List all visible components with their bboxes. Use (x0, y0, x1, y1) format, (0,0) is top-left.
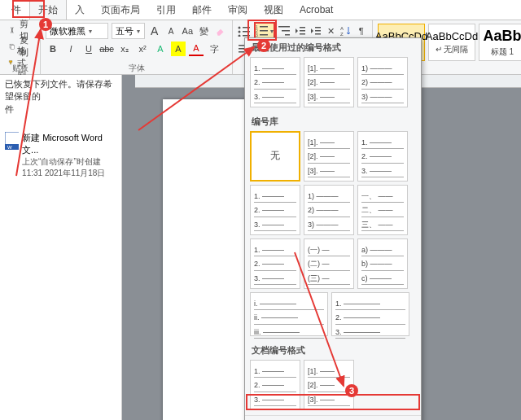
section-recent: 最近使用过的编号格式 (245, 38, 421, 57)
bullets-icon (238, 25, 251, 37)
shrink-font-button[interactable]: A (164, 24, 177, 38)
num-format-none[interactable]: 无 (250, 131, 300, 182)
recent-grid: 1. ——— 2. ——— 3. ——— [1]. —— [2]. —— [3]… (245, 57, 421, 112)
font-color-button[interactable]: A (189, 42, 204, 56)
svg-text:Z: Z (340, 32, 344, 37)
text-effect-button[interactable]: A (153, 42, 168, 56)
file-name: 新建 Microsoft Word 文... (22, 132, 116, 156)
tab-home[interactable]: 开始 (29, 0, 67, 20)
library-grid: 无 [1]. —— [2]. —— [3]. —— 1. ——— 2. ——— … (245, 131, 421, 341)
tab-acrobat[interactable]: Acrobat (291, 1, 341, 19)
svg-rect-15 (282, 30, 290, 32)
svg-rect-9 (260, 26, 268, 28)
section-library: 编号库 (245, 112, 421, 131)
svg-text:W: W (7, 145, 12, 150)
font-name-combo[interactable]: 微软雅黑▾ (46, 23, 108, 39)
group-font-label: 字体 (41, 63, 232, 74)
show-marks-button[interactable]: ¶ (355, 24, 367, 38)
svg-rect-7 (243, 35, 250, 37)
num-format-cn[interactable]: 一、 —— 二、 —— 三、 —— (357, 185, 408, 235)
font-size-combo[interactable]: 五号▾ (112, 23, 145, 39)
svg-rect-11 (260, 30, 268, 32)
svg-rect-20 (315, 27, 321, 28)
strike-button[interactable]: abc (99, 42, 114, 56)
tab-page-layout[interactable]: 页面布局 (93, 0, 148, 20)
num-format-abc[interactable]: a) ——— b) ——— c) ——— (357, 238, 408, 289)
phonetic-button[interactable]: 變 (197, 24, 210, 38)
num-format-bracket[interactable]: [1]. —— [2]. —— [3]. —— (304, 57, 354, 107)
num-format-arabic-dot2[interactable]: 1. ——— 2. ——— 3. ——— (357, 131, 408, 182)
grow-font-button[interactable]: A (148, 24, 161, 38)
scissors-icon (8, 24, 16, 36)
copy-icon (8, 41, 16, 52)
style-preview: AaBbCcDd (426, 30, 478, 42)
svg-rect-19 (300, 33, 305, 35)
tab-bar: 件 开始 入 页面布局 引用 邮件 审阅 视图 Acrobat (0, 0, 521, 20)
svg-rect-5 (243, 31, 250, 33)
svg-text:A: A (340, 26, 344, 31)
num-format-roman[interactable]: i. ————— ii. ————— iii. ————— (250, 292, 328, 336)
num-format-paren2[interactable]: 1) ——— 2) ——— 3) ——— (304, 185, 354, 235)
num-format-paren[interactable]: 1) ——— 2) ——— 3) ——— (357, 57, 408, 107)
bullets-button[interactable] (238, 24, 251, 38)
group-clipboard-label: 贴板 (0, 63, 40, 74)
recovery-message: 已恢复下列文件。请保存希望保留的 (5, 78, 116, 103)
num-format-doc2[interactable]: [1]. —— [2]. —— [3]. —— (304, 360, 354, 410)
num-format-arabic-dot[interactable]: 1. ——— 2. ——— 3. ——— (250, 57, 300, 107)
chevron-down-icon: ▾ (270, 28, 274, 35)
group-font: 微软雅黑▾ 五号▾ A A Aa 變 B I U abc x₂ x² A A A… (41, 20, 233, 74)
num-format-arabic-dot5[interactable]: 1. ————— 2. ————— 3. ————— (331, 292, 409, 336)
decrease-indent-button[interactable] (295, 24, 307, 38)
increase-indent-button[interactable] (310, 24, 322, 38)
file-meta2: 11:31 2021年11月18日 (22, 168, 116, 179)
outdent-icon (295, 25, 306, 37)
tab-insert[interactable]: 入 (67, 0, 93, 20)
eraser-icon (215, 25, 226, 37)
font-size-value: 五号 (116, 25, 134, 37)
recovery-file-item[interactable]: W 新建 Microsoft Word 文... 上次“自动保存”时创建 11:… (5, 132, 116, 179)
change-case-button[interactable]: Aa (181, 24, 194, 38)
tab-mailings[interactable]: 邮件 (184, 0, 220, 20)
num-format-cn-paren[interactable]: (一) — (二) — (三) — (304, 238, 354, 289)
svg-rect-3 (243, 27, 250, 28)
numbering-dropdown-panel: 最近使用过的编号格式 1. ——— 2. ——— 3. ——— [1]. —— … (244, 37, 422, 420)
tab-file[interactable]: 件 (3, 0, 29, 20)
bold-button[interactable]: B (46, 42, 60, 56)
svg-point-6 (239, 35, 241, 37)
num-format-bracket2[interactable]: [1]. —— [2]. —— [3]. —— (304, 131, 354, 182)
underline-button[interactable]: U (81, 42, 96, 56)
style-preview: AaBb (483, 28, 521, 45)
multilevel-list-button[interactable] (278, 24, 291, 38)
italic-button[interactable]: I (63, 42, 78, 56)
recovery-message2: 件 (5, 103, 116, 116)
clear-format-button[interactable] (214, 24, 227, 38)
svg-rect-17 (300, 27, 305, 28)
num-format-arabic-dot4[interactable]: 1. ——— 2. ——— 3. ——— (250, 238, 300, 289)
subscript-button[interactable]: x₂ (117, 42, 132, 56)
numbering-icon: 123 (256, 25, 269, 37)
multilevel-icon (278, 25, 291, 37)
superscript-button[interactable]: x² (135, 42, 150, 56)
group-clipboard: 剪切 复制 格式刷 贴板 (0, 20, 41, 74)
num-format-doc1[interactable]: 1. ——— 2. ——— 3. ——— (250, 360, 300, 410)
svg-text:3: 3 (256, 33, 258, 37)
font-name-value: 微软雅黑 (50, 25, 85, 37)
recovery-panel: 已恢复下列文件。请保存希望保留的 件 W 新建 Microsoft Word 文… (0, 75, 122, 420)
tab-review[interactable]: 审阅 (220, 0, 256, 20)
style-heading1[interactable]: AaBb 标题 1 (479, 24, 521, 61)
enclose-char-button[interactable]: 字 (207, 42, 221, 56)
svg-point-2 (239, 27, 241, 29)
svg-rect-18 (300, 30, 305, 32)
tab-references[interactable]: 引用 (148, 0, 184, 20)
sort-button[interactable]: AZ (340, 24, 352, 38)
highlight-button[interactable]: A (171, 42, 186, 56)
svg-rect-14 (278, 26, 290, 28)
svg-rect-16 (285, 34, 290, 36)
svg-point-4 (239, 31, 241, 33)
chevron-down-icon: ▾ (89, 28, 92, 35)
num-format-arabic-dot3[interactable]: 1. ——— 2. ——— 3. ——— (250, 185, 300, 235)
asian-layout-button[interactable]: ✕ (325, 24, 337, 38)
tab-view[interactable]: 视图 (256, 0, 291, 20)
svg-rect-22 (315, 33, 321, 35)
style-no-spacing[interactable]: AaBbCcDd ↵ 无间隔 (428, 24, 475, 61)
